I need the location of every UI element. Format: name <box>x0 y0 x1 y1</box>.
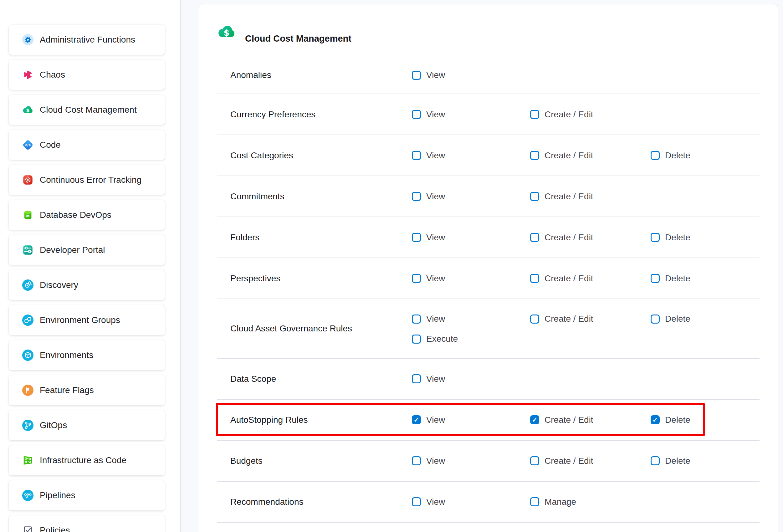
checkbox-recommendations-view[interactable] <box>412 497 421 506</box>
checkbox-cloud-asset-governance-rules-delete[interactable] <box>651 314 660 323</box>
checkbox-folders-create-edit[interactable] <box>530 233 539 242</box>
permission-label: Create / Edit <box>544 109 593 120</box>
permission-folders-delete: Delete <box>651 232 690 243</box>
permission-commitments-view: View <box>412 191 445 201</box>
checkbox-perspectives-create-edit[interactable] <box>530 274 539 283</box>
resource-label: AutoStopping Rules <box>230 415 308 425</box>
permission-label: Delete <box>665 415 690 425</box>
sidebar-item-label: Database DevOps <box>40 210 112 220</box>
sidebar-item-discovery[interactable]: Discovery <box>9 270 165 300</box>
permission-label: View <box>426 374 445 384</box>
sidebar-item-label: Cloud Cost Management <box>40 105 137 115</box>
permission-perspectives-delete: Delete <box>651 274 690 284</box>
sidebar-item-infrastructure-as-code[interactable]: Infrastructure as Code <box>9 445 165 475</box>
checkbox-folders-delete[interactable] <box>651 233 660 242</box>
permission-cost-categories-view: View <box>412 151 445 160</box>
checkbox-folders-view[interactable] <box>412 233 421 242</box>
checkbox-anomalies-view[interactable] <box>412 71 421 80</box>
permission-row-folders: Folders ViewCreate / EditDelete <box>198 217 778 258</box>
permissions-rows: Anomalies View Currency Preferences View… <box>198 56 778 522</box>
code-icon <box>22 139 34 151</box>
permission-cost-categories-create-edit: Create / Edit <box>530 151 593 160</box>
checkbox-budgets-create-edit[interactable] <box>530 456 539 465</box>
checkbox-autostopping-rules-create-edit[interactable] <box>530 415 539 424</box>
permission-label: Delete <box>665 151 690 160</box>
sidebar-item-label: Feature Flags <box>40 385 94 395</box>
checkbox-autostopping-rules-delete[interactable] <box>651 415 660 424</box>
permission-label: Delete <box>665 274 690 284</box>
environment-groups-icon <box>22 314 34 326</box>
sidebar-item-developer-portal[interactable]: Developer Portal <box>9 235 165 265</box>
sidebar-item-code[interactable]: Code <box>9 130 165 160</box>
resource-label: Budgets <box>230 456 262 466</box>
checkbox-cost-categories-view[interactable] <box>412 151 421 160</box>
checkbox-commitments-create-edit[interactable] <box>530 192 539 201</box>
permission-folders-create-edit: Create / Edit <box>530 232 593 243</box>
infrastructure-as-code-icon <box>22 455 34 466</box>
developer-portal-icon <box>22 244 34 256</box>
sidebar-item-label: GitOps <box>40 420 67 430</box>
gitops-icon <box>22 419 34 431</box>
checkbox-cost-categories-delete[interactable] <box>651 151 660 160</box>
resource-label: Data Scope <box>230 374 276 384</box>
permission-label: Create / Edit <box>544 415 593 425</box>
resource-label: Currency Preferences <box>230 109 315 120</box>
resource-label: Recommendations <box>230 497 303 507</box>
sidebar-item-environments[interactable]: Environments <box>9 340 165 370</box>
checkbox-perspectives-delete[interactable] <box>651 274 660 283</box>
sidebar-item-pipelines[interactable]: Pipelines <box>9 480 165 510</box>
permission-label: View <box>426 151 445 160</box>
sidebar-item-policies[interactable]: Policies <box>9 515 165 532</box>
permission-label: Delete <box>665 314 690 324</box>
checkbox-perspectives-view[interactable] <box>412 274 421 283</box>
checkbox-budgets-delete[interactable] <box>651 456 660 465</box>
permission-data-scope-view: View <box>412 374 445 384</box>
permission-label: View <box>426 191 445 201</box>
permission-autostopping-rules-view: View <box>412 415 445 425</box>
permission-recommendations-manage: Manage <box>530 497 576 507</box>
checkbox-currency-preferences-create-edit[interactable] <box>530 110 539 119</box>
checkbox-commitments-view[interactable] <box>412 192 421 201</box>
resource-label: Commitments <box>230 191 284 201</box>
sidebar-item-label: Pipelines <box>40 490 75 500</box>
permission-autostopping-rules-delete: Delete <box>651 415 690 425</box>
sidebar-item-administrative-functions[interactable]: Administrative Functions <box>9 25 165 55</box>
permission-label: View <box>426 314 445 324</box>
checkbox-data-scope-view[interactable] <box>412 374 421 383</box>
cloud-cost-icon <box>22 104 34 116</box>
sidebar-item-continuous-error-tracking[interactable]: Continuous Error Tracking <box>9 165 165 195</box>
permission-label: Create / Edit <box>544 314 593 324</box>
permission-cost-categories-delete: Delete <box>651 151 690 160</box>
checkbox-cloud-asset-governance-rules-execute[interactable] <box>412 335 421 344</box>
permission-folders-view: View <box>412 232 445 243</box>
permission-row-commitments: Commitments ViewCreate / Edit <box>198 176 778 217</box>
checkbox-recommendations-manage[interactable] <box>530 497 539 506</box>
permission-label: View <box>426 456 445 466</box>
checkbox-currency-preferences-view[interactable] <box>412 110 421 119</box>
permission-label: View <box>426 415 445 425</box>
permission-label: Manage <box>544 497 576 507</box>
policies-icon <box>22 525 34 532</box>
checkbox-cost-categories-create-edit[interactable] <box>530 151 539 160</box>
permission-commitments-create-edit: Create / Edit <box>530 191 593 201</box>
checkbox-cloud-asset-governance-rules-create-edit[interactable] <box>530 314 539 323</box>
permission-label: Execute <box>426 334 458 344</box>
permission-cloud-asset-governance-rules-delete: Delete <box>651 314 690 324</box>
permission-label: View <box>426 232 445 243</box>
sidebar-item-environment-groups[interactable]: Environment Groups <box>9 305 165 335</box>
pipelines-icon <box>22 490 34 501</box>
sidebar-item-feature-flags[interactable]: Feature Flags <box>9 375 165 405</box>
sidebar-item-chaos[interactable]: Chaos <box>9 60 165 90</box>
permission-label: Create / Edit <box>544 191 593 201</box>
sidebar-item-database-devops[interactable]: Database DevOps <box>9 200 165 230</box>
sidebar-item-label: Continuous Error Tracking <box>40 175 142 185</box>
resource-label: Folders <box>230 232 259 243</box>
permission-budgets-view: View <box>412 456 445 466</box>
permission-row-cost-categories: Cost Categories ViewCreate / EditDelete <box>198 135 778 176</box>
sidebar-item-cloud-cost-management[interactable]: Cloud Cost Management <box>9 95 165 125</box>
checkbox-autostopping-rules-view[interactable] <box>412 415 421 424</box>
sidebar: Administrative Functions Chaos Cloud Cos… <box>0 0 181 532</box>
sidebar-item-gitops[interactable]: GitOps <box>9 410 165 440</box>
checkbox-cloud-asset-governance-rules-view[interactable] <box>412 314 421 323</box>
checkbox-budgets-view[interactable] <box>412 456 421 465</box>
